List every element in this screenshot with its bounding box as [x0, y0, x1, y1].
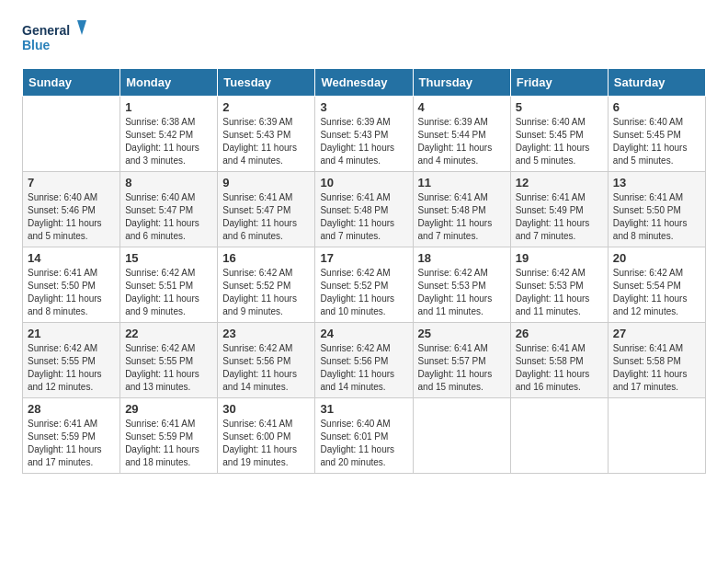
cell-content: Sunrise: 6:41 AM Sunset: 5:57 PM Dayligh… [418, 342, 506, 394]
day-number: 16 [222, 251, 310, 265]
day-number: 10 [320, 176, 407, 190]
calendar-cell: 6Sunrise: 6:40 AM Sunset: 5:45 PM Daylig… [608, 97, 705, 172]
header-cell-tuesday: Tuesday [218, 69, 315, 97]
cell-content: Sunrise: 6:41 AM Sunset: 5:48 PM Dayligh… [418, 191, 506, 243]
day-number: 20 [613, 251, 700, 265]
cell-content: Sunrise: 6:40 AM Sunset: 5:45 PM Dayligh… [613, 116, 700, 167]
day-number: 11 [418, 176, 506, 190]
day-number: 31 [320, 402, 407, 416]
calendar-cell: 28Sunrise: 6:41 AM Sunset: 5:59 PM Dayli… [23, 398, 120, 474]
header-cell-friday: Friday [510, 69, 608, 97]
day-number: 29 [125, 402, 212, 416]
header-cell-thursday: Thursday [413, 69, 510, 97]
day-number: 22 [125, 327, 212, 340]
day-number: 27 [613, 327, 700, 340]
cell-content: Sunrise: 6:42 AM Sunset: 5:51 PM Dayligh… [125, 267, 212, 318]
calendar-cell: 23Sunrise: 6:42 AM Sunset: 5:56 PM Dayli… [218, 323, 315, 398]
calendar-cell: 25Sunrise: 6:41 AM Sunset: 5:57 PM Dayli… [413, 323, 510, 398]
calendar-cell: 14Sunrise: 6:41 AM Sunset: 5:50 PM Dayli… [23, 247, 120, 323]
cell-content: Sunrise: 6:41 AM Sunset: 5:50 PM Dayligh… [613, 191, 700, 243]
calendar-cell: 9Sunrise: 6:41 AM Sunset: 5:47 PM Daylig… [218, 172, 315, 247]
cell-content: Sunrise: 6:42 AM Sunset: 5:56 PM Dayligh… [222, 342, 310, 394]
calendar-week-2: 7Sunrise: 6:40 AM Sunset: 5:46 PM Daylig… [23, 172, 706, 247]
cell-content: Sunrise: 6:42 AM Sunset: 5:55 PM Dayligh… [125, 342, 212, 394]
cell-content: Sunrise: 6:41 AM Sunset: 5:58 PM Dayligh… [516, 342, 603, 394]
cell-content: Sunrise: 6:41 AM Sunset: 5:59 PM Dayligh… [28, 418, 115, 469]
calendar-cell: 4Sunrise: 6:39 AM Sunset: 5:44 PM Daylig… [413, 97, 510, 172]
day-number: 3 [320, 100, 407, 114]
day-number: 28 [28, 402, 115, 416]
day-number: 24 [320, 327, 407, 340]
day-number: 7 [28, 176, 115, 190]
cell-content: Sunrise: 6:42 AM Sunset: 5:55 PM Dayligh… [28, 342, 115, 394]
calendar-cell: 18Sunrise: 6:42 AM Sunset: 5:53 PM Dayli… [413, 247, 510, 323]
cell-content: Sunrise: 6:41 AM Sunset: 6:00 PM Dayligh… [222, 418, 310, 469]
day-number: 14 [28, 251, 115, 265]
day-number: 6 [613, 100, 700, 114]
calendar-cell: 10Sunrise: 6:41 AM Sunset: 5:48 PM Dayli… [315, 172, 413, 247]
cell-content: Sunrise: 6:42 AM Sunset: 5:53 PM Dayligh… [516, 267, 603, 318]
cell-content: Sunrise: 6:38 AM Sunset: 5:42 PM Dayligh… [125, 116, 212, 167]
logo: General Blue [22, 18, 86, 57]
cell-content: Sunrise: 6:39 AM Sunset: 5:43 PM Dayligh… [320, 116, 407, 167]
calendar-week-1: 1Sunrise: 6:38 AM Sunset: 5:42 PM Daylig… [23, 97, 706, 172]
cell-content: Sunrise: 6:39 AM Sunset: 5:43 PM Dayligh… [222, 116, 310, 167]
calendar-cell: 21Sunrise: 6:42 AM Sunset: 5:55 PM Dayli… [23, 323, 120, 398]
day-number: 17 [320, 251, 407, 265]
calendar-table: SundayMondayTuesdayWednesdayThursdayFrid… [22, 68, 706, 474]
calendar-week-3: 14Sunrise: 6:41 AM Sunset: 5:50 PM Dayli… [23, 247, 706, 323]
cell-content: Sunrise: 6:42 AM Sunset: 5:52 PM Dayligh… [320, 267, 407, 318]
calendar-week-4: 21Sunrise: 6:42 AM Sunset: 5:55 PM Dayli… [23, 323, 706, 398]
header-cell-saturday: Saturday [608, 69, 705, 97]
calendar-week-5: 28Sunrise: 6:41 AM Sunset: 5:59 PM Dayli… [23, 398, 706, 474]
day-number: 23 [222, 327, 310, 340]
day-number: 5 [516, 100, 603, 114]
calendar-cell: 16Sunrise: 6:42 AM Sunset: 5:52 PM Dayli… [218, 247, 315, 323]
calendar-cell: 19Sunrise: 6:42 AM Sunset: 5:53 PM Dayli… [510, 247, 608, 323]
day-number: 18 [418, 251, 506, 265]
cell-content: Sunrise: 6:41 AM Sunset: 5:47 PM Dayligh… [222, 191, 310, 243]
calendar-cell [608, 398, 705, 474]
calendar-cell [23, 97, 120, 172]
cell-content: Sunrise: 6:41 AM Sunset: 5:50 PM Dayligh… [28, 267, 115, 318]
svg-text:Blue: Blue [22, 38, 51, 52]
calendar-cell: 1Sunrise: 6:38 AM Sunset: 5:42 PM Daylig… [120, 97, 218, 172]
calendar-header-row: SundayMondayTuesdayWednesdayThursdayFrid… [23, 69, 706, 97]
header-cell-sunday: Sunday [23, 69, 120, 97]
calendar-cell: 30Sunrise: 6:41 AM Sunset: 6:00 PM Dayli… [218, 398, 315, 474]
day-number: 15 [125, 251, 212, 265]
cell-content: Sunrise: 6:40 AM Sunset: 5:45 PM Dayligh… [516, 116, 603, 167]
day-number: 12 [516, 176, 603, 190]
cell-content: Sunrise: 6:41 AM Sunset: 5:58 PM Dayligh… [613, 342, 700, 394]
calendar-cell: 13Sunrise: 6:41 AM Sunset: 5:50 PM Dayli… [608, 172, 705, 247]
calendar-cell: 12Sunrise: 6:41 AM Sunset: 5:49 PM Dayli… [510, 172, 608, 247]
calendar-body: 1Sunrise: 6:38 AM Sunset: 5:42 PM Daylig… [23, 97, 706, 474]
calendar-cell [413, 398, 510, 474]
calendar-cell: 2Sunrise: 6:39 AM Sunset: 5:43 PM Daylig… [218, 97, 315, 172]
logo-svg: General Blue [22, 18, 86, 57]
cell-content: Sunrise: 6:42 AM Sunset: 5:56 PM Dayligh… [320, 342, 407, 394]
day-number: 13 [613, 176, 700, 190]
cell-content: Sunrise: 6:42 AM Sunset: 5:53 PM Dayligh… [418, 267, 506, 318]
day-number: 9 [222, 176, 310, 190]
cell-content: Sunrise: 6:41 AM Sunset: 5:49 PM Dayligh… [516, 191, 603, 243]
calendar-cell: 26Sunrise: 6:41 AM Sunset: 5:58 PM Dayli… [510, 323, 608, 398]
cell-content: Sunrise: 6:39 AM Sunset: 5:44 PM Dayligh… [418, 116, 506, 167]
calendar-cell: 29Sunrise: 6:41 AM Sunset: 5:59 PM Dayli… [120, 398, 218, 474]
calendar-cell: 11Sunrise: 6:41 AM Sunset: 5:48 PM Dayli… [413, 172, 510, 247]
cell-content: Sunrise: 6:42 AM Sunset: 5:54 PM Dayligh… [613, 267, 700, 318]
header-cell-monday: Monday [120, 69, 218, 97]
calendar-cell: 20Sunrise: 6:42 AM Sunset: 5:54 PM Dayli… [608, 247, 705, 323]
cell-content: Sunrise: 6:40 AM Sunset: 6:01 PM Dayligh… [320, 418, 407, 469]
header-cell-wednesday: Wednesday [315, 69, 413, 97]
calendar-cell: 31Sunrise: 6:40 AM Sunset: 6:01 PM Dayli… [315, 398, 413, 474]
cell-content: Sunrise: 6:41 AM Sunset: 5:48 PM Dayligh… [320, 191, 407, 243]
day-number: 25 [418, 327, 506, 340]
calendar-cell: 3Sunrise: 6:39 AM Sunset: 5:43 PM Daylig… [315, 97, 413, 172]
calendar-cell [510, 398, 608, 474]
calendar-cell: 17Sunrise: 6:42 AM Sunset: 5:52 PM Dayli… [315, 247, 413, 323]
cell-content: Sunrise: 6:41 AM Sunset: 5:59 PM Dayligh… [125, 418, 212, 469]
calendar-cell: 5Sunrise: 6:40 AM Sunset: 5:45 PM Daylig… [510, 97, 608, 172]
day-number: 4 [418, 100, 506, 114]
cell-content: Sunrise: 6:42 AM Sunset: 5:52 PM Dayligh… [222, 267, 310, 318]
